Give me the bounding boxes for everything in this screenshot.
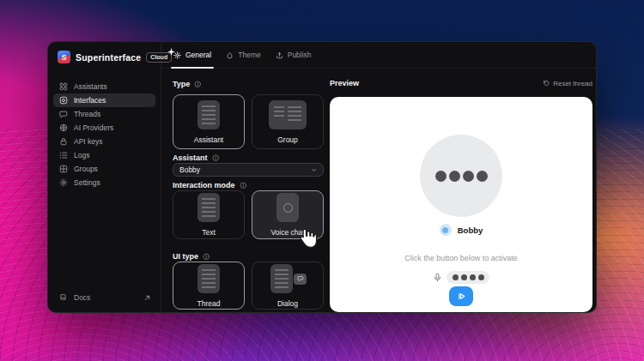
- thread-device-icon: [197, 264, 220, 293]
- tab-theme[interactable]: Theme: [226, 42, 260, 68]
- chevron-down-icon: [311, 167, 317, 173]
- docs-label: Docs: [74, 293, 90, 302]
- reset-thread-button[interactable]: Reset thread: [543, 80, 592, 87]
- interaction-mode-label: Interaction mode: [173, 181, 246, 190]
- sidebar-item-label: API keys: [74, 137, 103, 146]
- tab-label: Theme: [238, 51, 260, 59]
- dot: [477, 171, 488, 182]
- type-option-group[interactable]: Group: [252, 94, 324, 149]
- dot: [478, 274, 484, 280]
- info-icon: [212, 154, 220, 162]
- tab-publish[interactable]: Publish: [276, 42, 312, 68]
- gear-icon: [173, 51, 181, 59]
- type-label: Type: [173, 80, 202, 88]
- dot: [463, 171, 474, 182]
- assistant-select[interactable]: Bobby: [173, 163, 324, 177]
- info-icon: [194, 81, 202, 88]
- type-option-assistant[interactable]: Assistant: [173, 94, 245, 149]
- assistant-label: Assistant: [173, 153, 219, 162]
- sidebar-item-assistants[interactable]: Assistants: [53, 80, 155, 93]
- info-icon: [240, 182, 247, 190]
- sidebar-item-label: Interfaces: [74, 96, 106, 105]
- sidebar-item-threads[interactable]: Threads: [53, 107, 155, 121]
- sidebar-docs-link[interactable]: Docs: [59, 291, 151, 304]
- upload-icon: [276, 51, 283, 59]
- assistant-select-value: Bobby: [179, 165, 200, 174]
- dot: [470, 274, 476, 280]
- microphone-icon: [433, 273, 442, 282]
- ui-type-option-thread[interactable]: Thread: [173, 262, 245, 310]
- list-icon: [59, 151, 68, 159]
- mic-row: [330, 271, 592, 284]
- tab-general[interactable]: General: [173, 42, 211, 68]
- tab-bar: General Theme Publish: [161, 42, 596, 69]
- group-device-icon: [269, 100, 307, 129]
- assistant-avatar-large: [420, 135, 502, 217]
- external-link-icon: [143, 294, 151, 302]
- option-label: Thread: [197, 299, 221, 308]
- sidebar-item-label: Assistants: [74, 82, 107, 91]
- grid-icon: [59, 82, 68, 91]
- dot: [449, 171, 460, 182]
- main-panel: General Theme Publish Type Assistant: [161, 42, 596, 312]
- interaction-option-text[interactable]: Text: [173, 190, 245, 239]
- gear-icon: [59, 178, 68, 187]
- sidebar-item-interfaces[interactable]: Interfaces: [53, 93, 155, 107]
- sidebar-item-groups[interactable]: Groups: [53, 162, 155, 176]
- text-device-icon: [197, 193, 220, 222]
- activate-voice-button[interactable]: [449, 286, 473, 306]
- preview-card: Bobby Click the button below to activate: [330, 97, 592, 312]
- dialog-bubble-icon: [294, 274, 307, 285]
- sidebar-item-logs[interactable]: Logs: [53, 148, 155, 162]
- assistant-avatar-small: [440, 224, 452, 236]
- sidebar-item-label: AI Providers: [74, 123, 113, 132]
- tab-label: General: [185, 51, 211, 59]
- app-logo: S: [58, 51, 70, 63]
- option-label: Group: [277, 135, 298, 144]
- info-icon: [203, 253, 210, 261]
- chat-bubble-icon: [59, 110, 68, 118]
- dot: [435, 171, 447, 182]
- play-icon: [457, 292, 466, 301]
- book-icon: [59, 293, 68, 302]
- option-label: Dialog: [277, 299, 298, 308]
- preview-header: Preview Reset thread: [330, 78, 592, 88]
- voice-level-pill: [447, 271, 489, 284]
- sidebar-item-label: Logs: [74, 151, 89, 159]
- preview-title: Preview: [330, 79, 359, 87]
- assistant-name-row: Bobby: [330, 224, 592, 236]
- sidebar-item-label: Threads: [74, 110, 100, 118]
- assistant-name: Bobby: [458, 226, 483, 235]
- dot: [453, 274, 459, 280]
- app-window-icon: [59, 96, 68, 105]
- lock-icon: [59, 137, 68, 146]
- sidebar-item-label: Settings: [74, 178, 100, 187]
- globe-icon: [59, 123, 68, 132]
- sidebar-item-settings[interactable]: Settings: [53, 176, 155, 190]
- app-logo-row: S Superinterface Cloud: [58, 51, 172, 63]
- ui-type-options: Thread Dialog: [173, 262, 324, 310]
- dot: [461, 274, 467, 280]
- sidebar-item-ai-providers[interactable]: AI Providers: [53, 121, 155, 135]
- option-label: Assistant: [194, 135, 224, 144]
- voice-device-icon: [276, 193, 299, 222]
- reset-thread-label: Reset thread: [553, 80, 592, 87]
- app-window: S Superinterface Cloud Assistants Interf…: [47, 41, 597, 313]
- mouse-cursor: [295, 226, 318, 250]
- tab-label: Publish: [288, 51, 312, 59]
- sidebar-item-api-keys[interactable]: API keys: [53, 135, 155, 148]
- grid-plus-icon: [59, 165, 68, 173]
- sidebar: S Superinterface Cloud Assistants Interf…: [48, 42, 161, 312]
- type-options: Assistant Group: [173, 94, 324, 149]
- activation-hint: Click the button below to activate: [330, 254, 592, 262]
- app-name: Superinterface: [76, 52, 141, 63]
- reset-icon: [543, 80, 550, 87]
- assistant-device-icon: [197, 100, 220, 129]
- sidebar-item-label: Groups: [74, 165, 98, 173]
- active-tab-underline: [171, 67, 214, 69]
- droplet-icon: [226, 51, 234, 59]
- sidebar-nav: Assistants Interfaces Threads AI Provide…: [53, 80, 155, 190]
- ui-type-option-dialog[interactable]: Dialog: [252, 262, 324, 310]
- ui-type-label: UI type: [173, 252, 210, 261]
- dialog-device-icon: [270, 264, 305, 293]
